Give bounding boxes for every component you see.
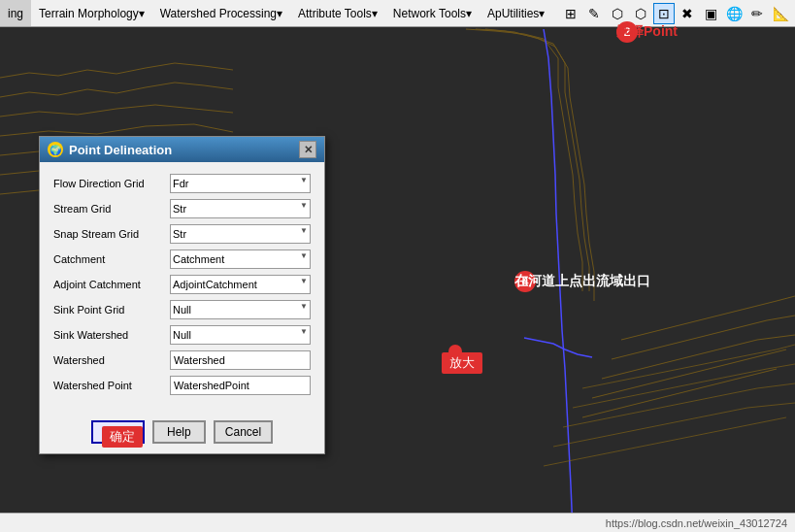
control-str1: Str bbox=[170, 199, 311, 218]
select-str2[interactable]: Str bbox=[170, 224, 311, 244]
icon-highlight2[interactable]: ⬡ bbox=[630, 3, 651, 24]
form-row-str2: Snap Stream Grid Str bbox=[53, 224, 311, 244]
label-sink-point: Sink Point Grid bbox=[53, 304, 170, 316]
bottom-bar-url: https://blog.csdn.net/weixin_43012724 bbox=[606, 517, 787, 529]
select-wrapper-str2: Str bbox=[170, 224, 311, 244]
annotation-2-text: 选择Point bbox=[616, 23, 678, 41]
select-sink-point[interactable]: Null bbox=[170, 300, 311, 319]
form-row-watershed: Watershed bbox=[53, 350, 311, 370]
dialog-wrapper: 🌍 Point Delineation ✕ Flow Direction Gri… bbox=[39, 136, 325, 454]
toolbar-item-help[interactable]: Help bbox=[791, 0, 795, 26]
label-watershed-point: Watershed Point bbox=[53, 380, 170, 391]
icon-rule[interactable]: 📐 bbox=[770, 3, 791, 24]
bottom-bar: https://blog.csdn.net/weixin_43012724 bbox=[0, 513, 795, 532]
control-fdr: Fdr bbox=[170, 174, 311, 193]
annotation-3-text: 确定 bbox=[102, 426, 143, 448]
icon-globe[interactable]: 🌐 bbox=[723, 3, 745, 24]
toolbar-item-network[interactable]: Network Tools▾ bbox=[385, 0, 480, 26]
dialog-footer: OK Help Cancel bbox=[40, 413, 324, 453]
dialog-titlebar: 🌍 Point Delineation ✕ bbox=[40, 137, 324, 162]
dialog-titlebar-left: 🌍 Point Delineation bbox=[48, 142, 172, 157]
form-row-fdr: Flow Direction Grid Fdr bbox=[53, 174, 311, 193]
input-watershed-point[interactable] bbox=[170, 376, 311, 395]
toolbar-item-aputilities[interactable]: ApUtilities▾ bbox=[480, 0, 552, 26]
control-adjoint: AdjointCatchment bbox=[170, 275, 311, 294]
control-sink-watershed: Null bbox=[170, 325, 311, 345]
help-button[interactable]: Help bbox=[152, 420, 206, 444]
select-fdr[interactable]: Fdr bbox=[170, 174, 311, 193]
form-row-sink-watershed: Sink Watershed Null bbox=[53, 325, 311, 345]
toolbar-item-terrain[interactable]: Terrain Morphology▾ bbox=[31, 0, 152, 26]
label-str2: Snap Stream Grid bbox=[53, 228, 170, 240]
select-wrapper-adjoint: AdjointCatchment bbox=[170, 275, 311, 294]
select-wrapper-sink-watershed: Null bbox=[170, 325, 311, 345]
form-row-catchment: Catchment Catchment bbox=[53, 249, 311, 269]
select-sink-watershed[interactable]: Null bbox=[170, 325, 311, 345]
label-fdr: Flow Direction Grid bbox=[53, 178, 170, 189]
select-wrapper-fdr: Fdr bbox=[170, 174, 311, 193]
select-wrapper-str1: Str bbox=[170, 199, 311, 218]
label-watershed: Watershed bbox=[53, 354, 170, 366]
label-sink-watershed: Sink Watershed bbox=[53, 329, 170, 341]
icon-pencil[interactable]: ✎ bbox=[583, 3, 605, 24]
icon-grid[interactable]: ⊞ bbox=[560, 3, 581, 24]
icon-box[interactable]: ▣ bbox=[700, 3, 721, 24]
control-str2: Str bbox=[170, 224, 311, 244]
dialog-close-button[interactable]: ✕ bbox=[299, 141, 316, 158]
toolbar-item-ing[interactable]: ing bbox=[0, 0, 31, 26]
select-catchment[interactable]: Catchment bbox=[170, 249, 311, 269]
label-catchment: Catchment bbox=[53, 253, 170, 265]
form-row-str1: Stream Grid Str bbox=[53, 199, 311, 218]
dialog-body: Flow Direction Grid Fdr Stream Grid Str bbox=[40, 162, 324, 413]
icon-x[interactable]: ✖ bbox=[677, 3, 698, 24]
control-watershed-point bbox=[170, 376, 311, 395]
point-delineation-dialog: 🌍 Point Delineation ✕ Flow Direction Gri… bbox=[39, 136, 325, 454]
control-watershed bbox=[170, 350, 311, 370]
annotation-4-text: 在河道上点出流域出口 bbox=[514, 273, 650, 290]
form-row-watershed-point: Watershed Point bbox=[53, 376, 311, 395]
toolbar-item-watershed-proc[interactable]: Watershed Processing▾ bbox=[152, 0, 290, 26]
select-wrapper-catchment: Catchment bbox=[170, 249, 311, 269]
select-wrapper-sink-point: Null bbox=[170, 300, 311, 319]
dialog-title: Point Delineation bbox=[69, 143, 172, 157]
select-str1[interactable]: Str bbox=[170, 199, 311, 218]
control-catchment: Catchment bbox=[170, 249, 311, 269]
icon-pen[interactable]: ✏ bbox=[746, 3, 768, 24]
cancel-button[interactable]: Cancel bbox=[214, 420, 273, 444]
form-row-sink-point: Sink Point Grid Null bbox=[53, 300, 311, 319]
dialog-title-icon: 🌍 bbox=[48, 142, 63, 157]
icon-select[interactable]: ⊡ bbox=[653, 3, 675, 24]
control-sink-point: Null bbox=[170, 300, 311, 319]
input-watershed[interactable] bbox=[170, 350, 311, 370]
label-adjoint: Adjoint Catchment bbox=[53, 279, 170, 290]
toolbar-icons: ⊞ ✎ ⬡ ⬡ ⊡ ✖ ▣ 🌐 ✏ 📐 bbox=[560, 3, 791, 24]
select-adjoint[interactable]: AdjointCatchment bbox=[170, 275, 311, 294]
toolbar-item-attr[interactable]: Attribute Tools▾ bbox=[290, 0, 385, 26]
label-str1: Stream Grid bbox=[53, 203, 170, 215]
form-row-adjoint: Adjoint Catchment AdjointCatchment bbox=[53, 275, 311, 294]
annotation-1-text: 放大 bbox=[442, 352, 482, 374]
